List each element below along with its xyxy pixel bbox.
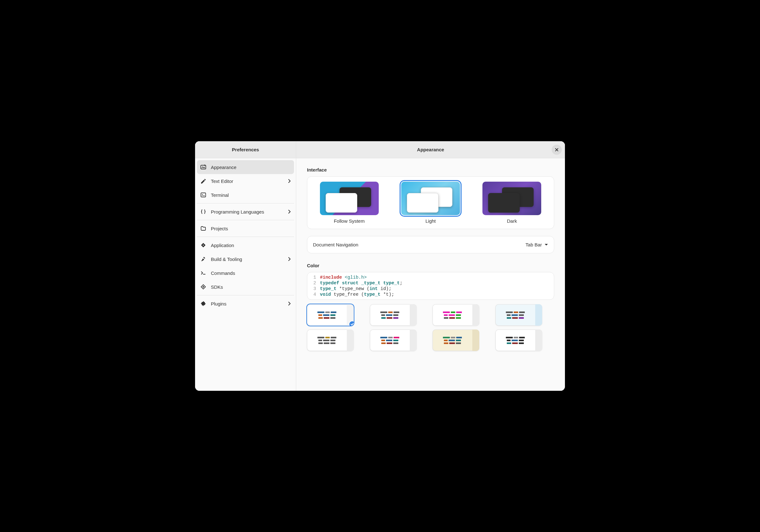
chevron-right-icon xyxy=(288,209,291,214)
sidebar-separator xyxy=(197,220,294,220)
scheme-sidebar-preview xyxy=(535,304,542,326)
page-title: Appearance xyxy=(417,147,444,152)
sidebar-separator xyxy=(197,295,294,295)
sidebar-item-label: Plugins xyxy=(211,301,283,306)
sidebar-item-label: Terminal xyxy=(211,193,291,198)
color-scheme-option[interactable] xyxy=(307,304,354,326)
sidebar-separator xyxy=(197,237,294,237)
scheme-preview xyxy=(307,304,347,326)
theme-thumb-dark xyxy=(482,182,541,215)
color-scheme-option[interactable] xyxy=(496,304,542,326)
section-color-title: Color xyxy=(307,263,554,268)
hammer-icon xyxy=(200,256,207,262)
line-number: 4 xyxy=(307,292,320,297)
scheme-preview xyxy=(433,304,472,326)
sidebar-item-programming-languages[interactable]: Programming Languages xyxy=(197,205,294,219)
sidebar-item-application[interactable]: Application xyxy=(197,238,294,252)
sidebar-item-build-tooling[interactable]: Build & Tooling xyxy=(197,252,294,266)
theme-option-follow[interactable]: Follow System xyxy=(320,182,379,224)
scheme-preview xyxy=(496,304,535,326)
code-line: 1#include <glib.h> xyxy=(307,272,554,280)
document-navigation-label: Document Navigation xyxy=(313,242,358,247)
scheme-sidebar-preview xyxy=(410,330,417,351)
main-header: Appearance xyxy=(296,141,565,158)
sidebar-item-terminal[interactable]: Terminal xyxy=(197,188,294,202)
document-navigation-row[interactable]: Document Navigation Tab Bar xyxy=(307,236,554,253)
color-scheme-option[interactable] xyxy=(370,330,417,351)
sidebar-title: Preferences xyxy=(195,141,296,158)
code-line: 4void type_free (type_t *t); xyxy=(307,291,554,299)
terminal-icon xyxy=(200,192,207,198)
sidebar: Preferences AppearanceText EditorTermina… xyxy=(195,141,296,391)
color-scheme-option[interactable] xyxy=(433,330,479,351)
code-line: 3type_t *type_new (int id); xyxy=(307,286,554,291)
sidebar-item-label: Programming Languages xyxy=(211,209,283,214)
code-preview: 1#include <glib.h>2typedef struct _type_… xyxy=(307,272,554,300)
color-scheme-option[interactable] xyxy=(307,330,354,351)
color-scheme-option[interactable] xyxy=(370,304,417,326)
appearance-icon xyxy=(200,164,207,170)
sidebar-item-commands[interactable]: Commands xyxy=(197,266,294,280)
sidebar-item-label: SDKs xyxy=(211,284,291,290)
braces-icon xyxy=(200,208,207,215)
sdk-icon xyxy=(200,284,207,290)
scheme-sidebar-preview xyxy=(472,330,479,351)
sidebar-item-label: Projects xyxy=(211,226,291,231)
chevron-right-icon xyxy=(288,179,291,183)
pencil-icon xyxy=(200,178,207,184)
code-text: void type_free (type_t *t); xyxy=(320,292,394,297)
sidebar-item-text-editor[interactable]: Text Editor xyxy=(197,174,294,188)
sidebar-item-label: Appearance xyxy=(211,164,291,170)
sidebar-item-label: Build & Tooling xyxy=(211,256,283,262)
code-text: #include <glib.h> xyxy=(320,275,367,280)
close-icon xyxy=(554,148,559,152)
close-button[interactable] xyxy=(552,145,562,155)
scheme-sidebar-preview xyxy=(347,330,354,351)
sidebar-item-sdks[interactable]: SDKs xyxy=(197,280,294,294)
document-navigation-value-text: Tab Bar xyxy=(525,242,542,247)
sidebar-item-label: Application xyxy=(211,243,291,248)
sidebar-item-label: Text Editor xyxy=(211,179,283,184)
folder-icon xyxy=(200,225,207,232)
theme-option-dark[interactable]: Dark xyxy=(482,182,541,224)
code-line: 2typedef struct _type_t type_t; xyxy=(307,280,554,286)
code-text: typedef struct _type_t type_t; xyxy=(320,281,403,286)
scheme-sidebar-preview xyxy=(535,330,542,351)
sidebar-item-plugins[interactable]: Plugins xyxy=(197,297,294,311)
svg-rect-1 xyxy=(201,193,206,197)
diamond-icon xyxy=(200,242,207,248)
content-area: Interface Follow SystemLightDark Documen… xyxy=(296,158,565,391)
color-scheme-option[interactable] xyxy=(433,304,479,326)
main-panel: Appearance Interface Follow SystemLightD… xyxy=(296,141,565,391)
puzzle-icon xyxy=(200,300,207,307)
preferences-window: Preferences AppearanceText EditorTermina… xyxy=(195,141,565,391)
theme-option-label: Light xyxy=(426,218,436,224)
scheme-sidebar-preview xyxy=(410,304,417,326)
sidebar-separator xyxy=(197,203,294,203)
chevron-down-icon xyxy=(545,244,548,246)
theme-row: Follow SystemLightDark xyxy=(312,182,549,224)
sidebar-item-label: Commands xyxy=(211,270,291,276)
sidebar-item-appearance[interactable]: Appearance xyxy=(197,160,294,174)
sidebar-list: AppearanceText EditorTerminalProgramming… xyxy=(195,158,296,312)
color-scheme-option[interactable] xyxy=(496,330,542,351)
theme-card: Follow SystemLightDark xyxy=(307,176,554,229)
theme-option-label: Follow System xyxy=(334,218,365,224)
scheme-preview xyxy=(433,330,472,351)
scheme-preview xyxy=(496,330,535,351)
sidebar-item-projects[interactable]: Projects xyxy=(197,221,294,235)
color-scheme-grid xyxy=(307,304,554,351)
theme-option-label: Dark xyxy=(507,218,517,224)
section-interface-title: Interface xyxy=(307,167,554,172)
code-text: type_t *type_new (int id); xyxy=(320,286,391,291)
line-number: 3 xyxy=(307,286,320,291)
line-number: 2 xyxy=(307,281,320,286)
chevron-right-icon xyxy=(288,257,291,261)
prompt-icon xyxy=(200,270,207,276)
theme-thumb-light xyxy=(401,182,460,215)
document-navigation-value: Tab Bar xyxy=(525,242,548,247)
theme-thumb-follow xyxy=(320,182,379,215)
scheme-preview xyxy=(370,304,410,326)
scheme-sidebar-preview xyxy=(472,304,479,326)
theme-option-light[interactable]: Light xyxy=(401,182,460,224)
